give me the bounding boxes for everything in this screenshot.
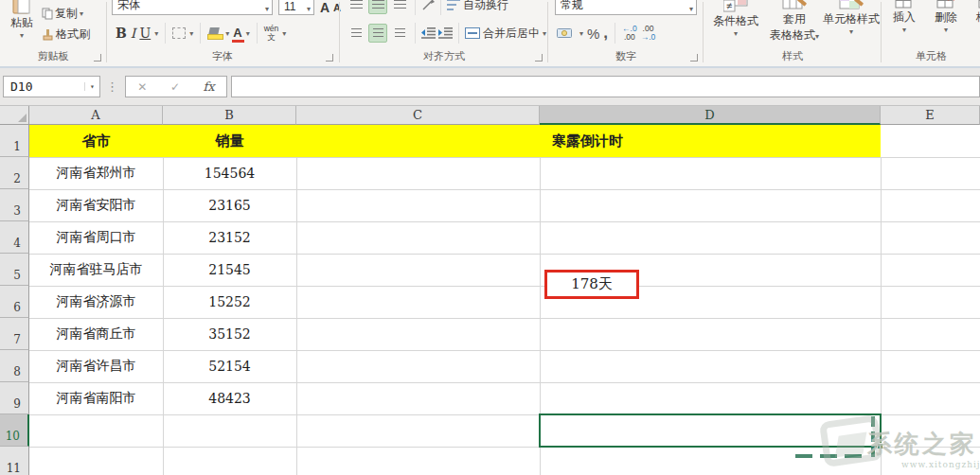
font-color-button[interactable]: A [233,27,241,39]
cell-A5[interactable]: 河南省驻马店市 [29,254,163,286]
decrease-indent-icon[interactable] [421,27,436,39]
fill-color-dropdown-icon[interactable]: ▾ [225,29,229,38]
format-painter-button[interactable]: 格式刷 [42,26,90,43]
column-header-E[interactable]: E [881,106,980,125]
cell-B8[interactable]: 52154 [163,350,296,382]
align-left-button[interactable] [347,24,365,43]
alignment-dialog-launcher[interactable] [535,54,543,62]
cell-A9[interactable]: 河南省南阳市 [29,382,163,414]
percent-style-button[interactable]: % [587,26,599,42]
align-center-button[interactable] [368,24,387,43]
cell-A1[interactable]: 省市 [29,125,163,157]
row-header-4[interactable]: 4 [0,221,29,254]
align-right-button[interactable] [390,24,409,43]
enter-button[interactable]: ✓ [170,80,180,94]
cancel-button[interactable]: ✕ [137,80,147,94]
row-header-11[interactable]: 11 [0,447,29,475]
row-header-3[interactable]: 3 [0,189,29,221]
cell-D1[interactable]: 寒露倒计时 [552,125,874,157]
cell-A8[interactable]: 河南省许昌市 [29,350,163,382]
row-header-6[interactable]: 6 [0,286,29,318]
copy-dropdown-icon[interactable]: ▾ [80,9,83,18]
cell-B6[interactable]: 15252 [163,286,296,318]
name-box-dropdown-icon[interactable]: ▾ [84,82,99,91]
phonetic-guide-button[interactable]: wén 文 [264,25,279,42]
font-name-select[interactable]: 宋体 ▾ [112,0,273,15]
decrease-decimal-button[interactable]: .00 →.0 [641,25,656,42]
fill-color-button-icon[interactable] [207,27,222,40]
wrap-text-button[interactable]: 自动换行 [463,0,508,13]
format-as-table-button[interactable]: 套用 表格格式▾ [767,0,822,51]
comma-style-button[interactable]: , [603,24,608,43]
number-format-select[interactable]: 常规 ▾ [555,0,697,15]
borders-button-icon[interactable] [172,27,186,39]
clipboard-dialog-launcher[interactable] [94,54,101,62]
watermark-dash-icon [845,454,862,458]
format-cells-button[interactable]: 格式 [968,0,980,51]
cell-styles-button[interactable]: 单元格样式 ▾ [822,0,881,51]
row-header-9[interactable]: 9 [0,382,29,414]
row-header-8[interactable]: 8 [0,350,29,382]
formula-input[interactable] [231,76,980,97]
select-all-button[interactable] [0,106,29,125]
insert-function-button[interactable]: fx [204,79,215,94]
row-header-2[interactable]: 2 [0,157,29,189]
paste-button[interactable]: 粘贴 ▾ [4,0,40,49]
font-dialog-launcher[interactable] [326,54,333,62]
bold-button[interactable]: B [116,26,127,41]
cell-B2[interactable]: 154564 [163,157,296,189]
ribbon-group-font: 宋体 ▾ 11 ▾ A A B I U ▾ ▾ ▾ A ▾ [108,0,337,66]
cell-A7[interactable]: 河南省商丘市 [29,318,163,350]
cell-B1[interactable]: 销量 [163,125,296,157]
grow-font-button[interactable]: A [320,0,330,15]
cell-B4[interactable]: 23152 [163,221,296,254]
underline-dropdown-icon[interactable]: ▾ [154,29,158,38]
font-color-dropdown-icon[interactable]: ▾ [246,29,250,38]
row-header-5[interactable]: 5 [0,254,29,286]
name-box[interactable]: D10 ▾ [3,76,100,97]
cell-A2[interactable]: 河南省郑州市 [29,157,163,189]
cells-group-label: 单元格 [882,49,980,63]
merge-center-button[interactable]: 合并后居中 [483,26,540,42]
accounting-format-icon[interactable] [557,26,576,40]
row-header-10[interactable]: 10 [0,414,29,447]
format-as-table-icon [782,0,807,11]
paste-dropdown-icon[interactable]: ▾ [20,31,24,40]
insert-cells-button[interactable]: 插入 ▾ [884,0,924,51]
cell-A3[interactable]: 河南省安阳市 [29,189,163,221]
align-middle-button[interactable] [368,0,387,14]
countdown-box[interactable]: 178天 [544,270,639,299]
italic-button[interactable]: I [131,26,136,41]
active-cell-selection-D10[interactable] [539,413,882,448]
cell-A4[interactable]: 河南省周口市 [29,221,163,254]
phonetic-dropdown-icon[interactable]: ▾ [282,29,286,38]
row-header-1[interactable]: 1 [0,125,29,157]
number-dialog-launcher[interactable] [690,54,698,62]
cell-B7[interactable]: 35152 [163,318,296,350]
merge-center-dropdown-icon[interactable]: ▾ [543,29,546,38]
align-bottom-button[interactable] [390,0,409,14]
align-top-button[interactable] [347,0,365,14]
cell-A6[interactable]: 河南省济源市 [29,286,163,318]
font-size-select[interactable]: 11 ▾ [278,0,314,15]
formula-bar-grip-icon[interactable]: ⋮ [106,79,118,94]
row-header-7[interactable]: 7 [0,318,29,350]
orientation-button-icon[interactable] [421,0,435,11]
accounting-dropdown-icon[interactable]: ▾ [579,29,583,38]
underline-button[interactable]: U [139,26,151,41]
conditional-formatting-button[interactable]: ≠ 条件格式 ▾ [706,0,765,51]
delete-cells-button[interactable]: 删除 ▾ [926,0,966,51]
copy-button[interactable]: 复制 ▾ [42,6,83,22]
fill-handle[interactable] [877,443,883,449]
cell-B3[interactable]: 23165 [163,189,296,221]
cell-styles-icon [839,0,864,11]
increase-indent-icon[interactable] [438,27,453,39]
column-header-D[interactable]: D [540,106,881,125]
column-header-C[interactable]: C [296,106,540,125]
borders-dropdown-icon[interactable]: ▾ [189,29,193,38]
increase-decimal-button[interactable]: ←.0 .00 [622,25,637,42]
column-header-A[interactable]: A [29,106,163,125]
column-header-B[interactable]: B [163,106,296,125]
cell-B5[interactable]: 21545 [163,254,296,286]
cell-B9[interactable]: 48423 [163,382,296,414]
